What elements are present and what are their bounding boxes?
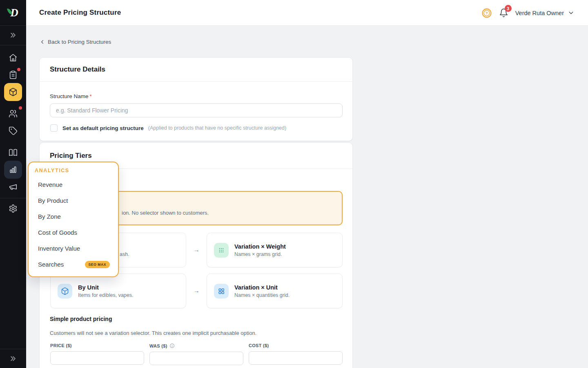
menu-item-revenue[interactable]: Revenue bbox=[29, 177, 118, 193]
home-icon bbox=[9, 53, 18, 62]
info-icon[interactable] bbox=[169, 343, 175, 348]
price-label: PRICE ($) bbox=[50, 343, 144, 348]
tier-card-variation-unit[interactable]: Variation × Unit Names × quantities grid… bbox=[207, 274, 343, 308]
tier-card-subtitle-fragment: ash. bbox=[120, 251, 129, 257]
tier-card-text: Variation × Unit Names × quantities grid… bbox=[234, 284, 290, 298]
tier-card-subtitle: Names × grams grid. bbox=[234, 251, 286, 257]
default-structure-row: Set as default pricing structure (Applie… bbox=[50, 124, 286, 132]
back-link-label: Back to Pricing Structures bbox=[48, 39, 111, 45]
sidebar-item-settings[interactable] bbox=[4, 200, 22, 218]
page-title: Create Pricing Structure bbox=[39, 9, 121, 17]
was-input[interactable] bbox=[149, 352, 243, 365]
required-marker: * bbox=[90, 93, 92, 99]
notification-count-badge: 3 bbox=[505, 5, 512, 12]
grid-dots-icon bbox=[214, 243, 229, 258]
svg-text:?: ? bbox=[486, 11, 488, 15]
cube-icon bbox=[9, 88, 18, 96]
sidebar-item-catalog[interactable] bbox=[4, 144, 22, 162]
top-bar-actions: ? 3 Verde Ruta Owner bbox=[481, 0, 588, 26]
sidebar-divider bbox=[0, 349, 26, 349]
structure-details-title: Structure Details bbox=[50, 65, 105, 74]
double-chevron-right-icon bbox=[9, 355, 17, 363]
cost-input[interactable] bbox=[249, 351, 343, 365]
help-circle-icon: ? bbox=[481, 8, 492, 18]
back-link[interactable]: Back to Pricing Structures bbox=[39, 39, 111, 45]
tier-card-subtitle: Names × quantities grid. bbox=[234, 292, 290, 298]
sidebar-divider bbox=[0, 45, 26, 45]
help-button[interactable]: ? bbox=[481, 8, 492, 18]
arrow-right-icon: → bbox=[190, 246, 203, 253]
sidebar-divider bbox=[0, 198, 26, 198]
notification-dot bbox=[19, 106, 22, 110]
megaphone-icon bbox=[9, 182, 18, 191]
menu-item-by-zone[interactable]: By Zone bbox=[29, 209, 118, 224]
sidebar-item-analytics[interactable] bbox=[4, 161, 22, 179]
user-menu[interactable]: Verde Ruta Owner bbox=[515, 9, 575, 16]
sidebar-collapse-button[interactable] bbox=[4, 350, 22, 368]
structure-details-card: Structure Details Structure Name* Set as… bbox=[39, 57, 353, 141]
clipboard-icon bbox=[9, 70, 18, 79]
tier-card-by-unit[interactable]: By Unit Items for edibles, vapes. bbox=[50, 274, 186, 308]
tier-card-variation-weight[interactable]: Variation × Weight Names × grams grid. bbox=[207, 233, 343, 267]
double-chevron-right-icon bbox=[9, 31, 17, 39]
sidebar-item-products-active[interactable] bbox=[4, 83, 22, 101]
was-field-group: WAS ($) bbox=[149, 343, 243, 365]
tier-info-alert-text: ion. No selector shown to customers. bbox=[122, 210, 209, 216]
structure-name-label: Structure Name* bbox=[50, 93, 92, 99]
book-open-icon bbox=[9, 148, 18, 157]
structure-details-header: Structure Details bbox=[40, 58, 352, 82]
sidebar-item-tags[interactable] bbox=[4, 122, 22, 140]
bar-chart-icon bbox=[9, 165, 18, 174]
cost-field-group: COST ($) bbox=[249, 343, 343, 365]
app-logo: D bbox=[0, 0, 26, 26]
gear-icon bbox=[9, 204, 18, 213]
sidebar: D bbox=[0, 0, 26, 368]
notifications-button[interactable]: 3 bbox=[499, 8, 508, 18]
chevron-down-icon bbox=[568, 9, 575, 16]
was-label: WAS ($) bbox=[149, 343, 243, 348]
tier-card-title: By Unit bbox=[78, 284, 133, 291]
page: Create Pricing Structure ? bbox=[0, 0, 588, 368]
price-input[interactable] bbox=[50, 351, 144, 365]
arrow-right-icon: → bbox=[190, 287, 203, 294]
notification-dot bbox=[17, 68, 20, 71]
price-field-group: PRICE ($) bbox=[50, 343, 144, 365]
cube-icon bbox=[58, 284, 72, 298]
analytics-flyout-list: Revenue By Product By Zone Cost of Goods… bbox=[29, 177, 118, 272]
sidebar-expand-button[interactable] bbox=[4, 26, 22, 44]
seo-max-badge: SEO MAX bbox=[85, 261, 110, 268]
tier-card-subtitle: Items for edibles, vapes. bbox=[78, 292, 133, 298]
cost-label: COST ($) bbox=[249, 343, 343, 348]
menu-item-by-product[interactable]: By Product bbox=[29, 193, 118, 209]
chevron-left-icon bbox=[39, 39, 45, 45]
sidebar-item-home[interactable] bbox=[4, 49, 22, 67]
analytics-flyout-title: ANALYTICS bbox=[35, 168, 118, 173]
tier-card-title: Variation × Weight bbox=[234, 243, 286, 250]
structure-name-input[interactable] bbox=[50, 103, 343, 117]
menu-item-searches[interactable]: Searches SEO MAX bbox=[29, 256, 118, 272]
menu-item-inventory-value[interactable]: Inventory Value bbox=[29, 240, 118, 256]
grid-squares-icon bbox=[214, 284, 229, 298]
analytics-flyout-menu: ANALYTICS Revenue By Product By Zone Cos… bbox=[28, 162, 119, 277]
tier-card-title: Variation × Unit bbox=[234, 284, 290, 291]
top-bar: Create Pricing Structure ? bbox=[26, 0, 588, 26]
user-name: Verde Ruta Owner bbox=[515, 10, 564, 16]
default-structure-label: Set as default pricing structure bbox=[62, 125, 144, 131]
pricing-tiers-title: Pricing Tiers bbox=[50, 152, 92, 160]
sidebar-item-marketing[interactable] bbox=[4, 178, 22, 196]
tier-card-text: Variation × Weight Names × grams grid. bbox=[234, 243, 286, 257]
tier-card-text: By Unit Items for edibles, vapes. bbox=[78, 284, 133, 298]
simple-pricing-description: Customers will not see a variation selec… bbox=[50, 330, 256, 336]
simple-pricing-title: Simple product pricing bbox=[50, 316, 112, 322]
menu-item-cost-of-goods[interactable]: Cost of Goods bbox=[29, 224, 118, 240]
users-icon bbox=[9, 109, 18, 118]
default-structure-checkbox[interactable] bbox=[50, 124, 58, 132]
tag-icon bbox=[9, 126, 18, 135]
default-structure-hint: (Applied to products that have no specif… bbox=[148, 125, 286, 131]
